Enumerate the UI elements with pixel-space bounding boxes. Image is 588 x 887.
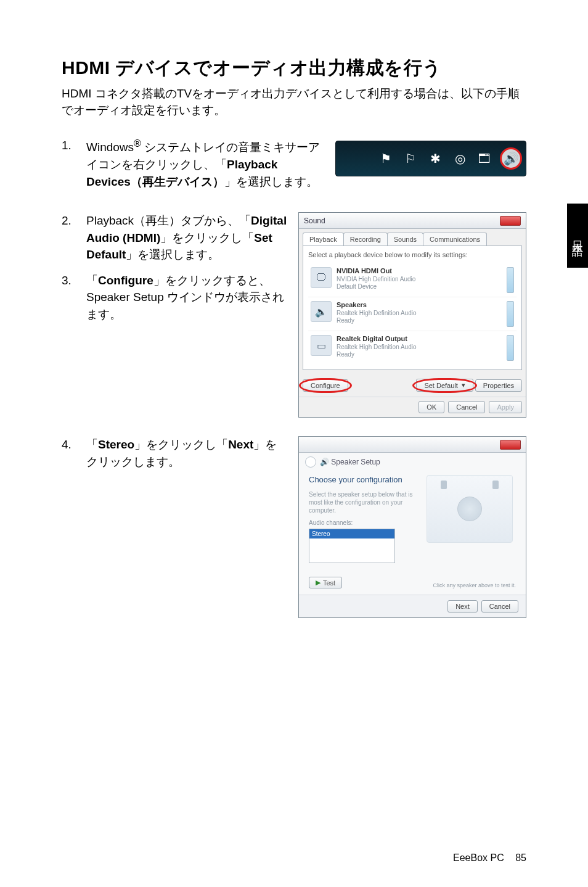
tab-recording[interactable]: Recording	[343, 233, 388, 245]
cancel-button[interactable]: Cancel	[448, 401, 485, 413]
step-2-text: Playback（再生）タブから、「Digital Audio (HDMI)」を…	[86, 212, 287, 263]
monitor-icon: 🖵	[311, 267, 332, 288]
device-row[interactable]: ▭ Realtek Digital Output Realtek High De…	[308, 331, 517, 365]
wizard-title: 🔊 Speaker Setup	[320, 458, 380, 466]
play-icon: ▶	[316, 579, 321, 587]
configure-button[interactable]: Configure	[303, 379, 348, 392]
system-tray: ⚑ ⚐ ✱ ◎ 🗔 🔊	[335, 141, 526, 176]
right-speaker-icon[interactable]	[492, 481, 499, 489]
step-4-pre: 「	[86, 438, 98, 451]
step-3-pre: 「	[86, 274, 98, 287]
step-number: 4.	[62, 436, 86, 470]
device-name: Speakers	[337, 301, 502, 310]
device-desc: Realtek High Definition Audio	[337, 310, 502, 318]
step-1-post-b: 」を選択します。	[224, 175, 318, 188]
device-desc: NVIDIA High Definition Audio	[337, 276, 502, 284]
sound-dialog: Sound Playback Recording Sounds Communic…	[298, 212, 526, 418]
level-meter	[507, 267, 514, 293]
flag-icon[interactable]: ⚑	[377, 149, 395, 168]
step-3-bold: Configure	[98, 274, 153, 287]
speaker-layout-preview	[427, 475, 513, 543]
device-name: NVIDIA HDMI Out	[337, 267, 502, 276]
step-4-text: 「Stereo」をクリックし「Next」をクリックします。	[86, 436, 287, 470]
power-icon[interactable]: 🗔	[475, 149, 494, 168]
step-4-bold2: Next	[228, 438, 253, 451]
sound-hint: Select a playback device below to modify…	[308, 251, 517, 258]
action-center-icon[interactable]: ⚐	[401, 149, 420, 168]
close-icon[interactable]	[500, 216, 521, 226]
step-number: 1.	[62, 137, 86, 190]
channels-label: Audio channels:	[309, 519, 416, 526]
left-speaker-icon[interactable]	[441, 481, 447, 489]
tab-sounds[interactable]: Sounds	[387, 233, 423, 245]
wizard-header: 🔊 Speaker Setup	[299, 453, 526, 471]
volume-icon[interactable]: 🔊	[500, 147, 522, 170]
page-footer: EeeBox PC 85	[453, 852, 526, 864]
speaker-setup-dialog: 🔊 Speaker Setup Choose your configuratio…	[298, 436, 526, 618]
network-icon[interactable]: ◎	[451, 149, 469, 168]
sound-panel: Select a playback device below to modify…	[303, 245, 522, 370]
channels-listbox[interactable]: Stereo	[309, 529, 395, 563]
digital-out-icon: ▭	[311, 335, 332, 356]
set-default-button[interactable]: Set Default▾	[416, 379, 473, 392]
page-number: 85	[515, 852, 526, 863]
step-2-post: 」を選択します。	[126, 248, 219, 261]
next-button[interactable]: Next	[447, 600, 478, 613]
section-title: Choose your configuration	[309, 475, 416, 484]
ok-button[interactable]: OK	[419, 401, 444, 413]
language-tab: 日本語	[567, 204, 588, 268]
sound-tabs: Playback Recording Sounds Communications	[299, 229, 526, 245]
step-2-mid: 」をクリックし「	[160, 231, 254, 244]
step-1-text: Windows® システムトレイの音量ミキサーアイコンを右クリックし、「Play…	[86, 137, 324, 190]
step-2-pre: Playback（再生）タブから、「	[86, 214, 251, 227]
registered-mark: ®	[134, 138, 141, 149]
device-row[interactable]: 🔈 Speakers Realtek High Definition Audio…	[308, 297, 517, 331]
device-desc: Realtek High Definition Audio	[337, 344, 502, 352]
back-icon[interactable]	[305, 456, 316, 468]
tab-communications[interactable]: Communications	[423, 233, 487, 245]
device-status: Ready	[337, 317, 502, 325]
level-meter	[507, 335, 514, 361]
listener-icon	[457, 497, 482, 521]
device-row[interactable]: 🖵 NVIDIA HDMI Out NVIDIA High Definition…	[308, 263, 517, 297]
test-label: Test	[323, 579, 335, 587]
step-number: 2.	[62, 212, 86, 263]
close-icon[interactable]	[500, 440, 521, 450]
apply-button[interactable]: Apply	[489, 401, 522, 413]
wizard-titlebar	[299, 437, 526, 453]
level-meter	[507, 301, 514, 327]
step-3-text: 「Configure」をクリックすると、Speaker Setup ウインドウが…	[86, 272, 287, 323]
step-1-pre: Windows	[86, 141, 134, 154]
step-number: 3.	[62, 272, 86, 323]
test-button[interactable]: ▶Test	[309, 577, 342, 588]
device-status: Ready	[337, 351, 502, 359]
wizard-hint: Select the speaker setup below that is m…	[309, 490, 416, 514]
set-default-label: Set Default	[424, 382, 457, 389]
sound-titlebar: Sound	[299, 213, 526, 229]
preview-hint: Click any speaker above to test it.	[423, 582, 516, 588]
page-heading: HDMI デバイスでオーディオ出力構成を行う	[62, 56, 526, 81]
speaker-icon: 🔈	[311, 301, 332, 322]
step-4-bold1: Stereo	[98, 438, 134, 451]
device-name: Realtek Digital Output	[337, 335, 502, 344]
channels-selected[interactable]: Stereo	[309, 529, 394, 538]
chevron-down-icon: ▾	[462, 381, 465, 389]
properties-button[interactable]: Properties	[475, 379, 522, 392]
device-status: Default Device	[337, 283, 502, 291]
tab-playback[interactable]: Playback	[303, 233, 344, 245]
step-4-mid: 」をクリックし「	[134, 438, 228, 451]
intro-text: HDMI コネクタ搭載のTVをオーディオ出力デバイスとして利用する場合は、以下の…	[62, 86, 526, 118]
bluetooth-icon[interactable]: ✱	[426, 149, 444, 168]
sound-title: Sound	[304, 217, 325, 225]
cancel-button[interactable]: Cancel	[481, 600, 518, 613]
footer-text: EeeBox PC	[453, 852, 504, 863]
